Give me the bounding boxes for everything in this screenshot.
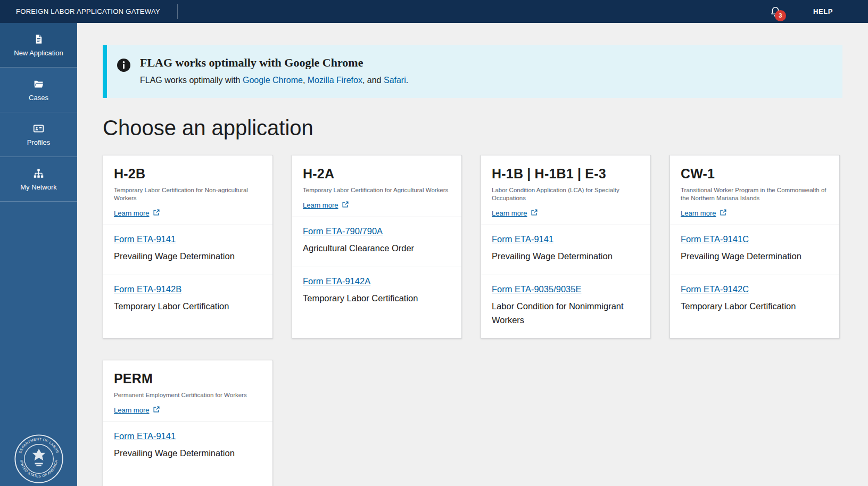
alert-body: FLAG works optimally with Google Chrome,… xyxy=(140,75,408,86)
external-link-icon xyxy=(153,209,160,218)
card-description: Permanent Employment Certification for W… xyxy=(114,391,262,399)
card-title: H-2B xyxy=(114,166,262,182)
id-card-icon xyxy=(33,123,44,134)
sidebar-item-my-network[interactable]: My Network xyxy=(0,157,77,202)
alert-body-sep2: , and xyxy=(362,76,384,85)
network-icon xyxy=(33,168,44,179)
folder-icon xyxy=(33,78,44,89)
notifications-button[interactable]: 3 xyxy=(770,4,783,20)
form-link[interactable]: Form ETA-9141 xyxy=(114,234,176,244)
application-card-h-2a: H-2A Temporary Labor Certification for A… xyxy=(292,155,462,339)
help-link[interactable]: HELP xyxy=(813,7,833,15)
form-link[interactable]: Form ETA-9141 xyxy=(492,234,553,244)
topbar-divider xyxy=(177,4,178,19)
form-link[interactable]: Form ETA-9142C xyxy=(681,284,749,294)
form-option: Form ETA-9142C Temporary Labor Certifica… xyxy=(670,275,839,324)
form-description: Labor Condition for Nonimmigrant Workers xyxy=(492,299,640,327)
alert-heading: FLAG works optimally with Google Chrome xyxy=(140,56,408,70)
main-content: FLAG works optimally with Google Chrome … xyxy=(77,23,868,486)
sidebar: New Application Cases Profiles xyxy=(0,23,77,486)
learn-more-link[interactable]: Learn more xyxy=(492,209,538,218)
form-link[interactable]: Form ETA-9142A xyxy=(303,276,370,286)
learn-more-label: Learn more xyxy=(303,201,338,209)
page-title: Choose an application xyxy=(103,116,842,140)
form-link[interactable]: Form ETA-790/790A xyxy=(303,226,383,236)
alert-text: FLAG works optimally with Google Chrome … xyxy=(140,56,408,86)
svg-text:UNITED STATES OF AMERICA: UNITED STATES OF AMERICA xyxy=(20,459,58,478)
form-option: Form ETA-9141 Prevailing Wage Determinat… xyxy=(103,225,272,274)
google-chrome-link[interactable]: Google Chrome xyxy=(243,76,303,85)
info-alert: FLAG works optimally with Google Chrome … xyxy=(103,45,842,98)
form-link[interactable]: Form ETA-9035/9035E xyxy=(492,284,581,294)
alert-body-suffix: . xyxy=(406,76,408,85)
mozilla-firefox-link[interactable]: Mozilla Firefox xyxy=(308,76,362,85)
learn-more-link[interactable]: Learn more xyxy=(114,209,160,218)
form-option: Form ETA-9142B Temporary Labor Certifica… xyxy=(103,275,272,324)
card-title: PERM xyxy=(114,371,262,386)
card-head: H-1B | H-1B1 | E-3 Labor Condition Appli… xyxy=(481,155,650,225)
form-description: Prevailing Wage Determination xyxy=(114,446,262,460)
alert-body-sep1: , xyxy=(303,76,308,85)
card-title: H-2A xyxy=(303,166,451,182)
card-head: H-2B Temporary Labor Certification for N… xyxy=(103,155,272,225)
learn-more-link[interactable]: Learn more xyxy=(681,209,727,218)
application-card-cw-1: CW-1 Transitional Worker Program in the … xyxy=(669,155,840,339)
sidebar-item-label: New Application xyxy=(14,49,63,57)
info-icon xyxy=(117,56,131,72)
form-link[interactable]: Form ETA-9141C xyxy=(681,234,749,244)
cards-row-2: PERM Permanent Employment Certification … xyxy=(103,360,842,486)
learn-more-label: Learn more xyxy=(114,209,149,217)
form-description: Agricultural Clearance Order xyxy=(303,241,451,255)
notification-badge: 3 xyxy=(775,10,786,21)
form-option: Form ETA-9142A Temporary Labor Certifica… xyxy=(292,267,461,316)
learn-more-link[interactable]: Learn more xyxy=(114,406,160,415)
card-description: Labor Condition Application (LCA) for Sp… xyxy=(492,186,640,202)
form-option: Form ETA-9141C Prevailing Wage Determina… xyxy=(670,225,839,274)
sidebar-item-label: Profiles xyxy=(27,138,50,146)
external-link-icon xyxy=(531,209,538,218)
topbar: FOREIGN LABOR APPLICATION GATEWAY 3 HELP xyxy=(0,0,868,23)
card-head: CW-1 Transitional Worker Program in the … xyxy=(670,155,839,225)
application-card-h-1b: H-1B | H-1B1 | E-3 Labor Condition Appli… xyxy=(481,155,651,339)
sidebar-item-label: My Network xyxy=(20,183,57,191)
form-description: Prevailing Wage Determination xyxy=(492,249,640,263)
card-title: H-1B | H-1B1 | E-3 xyxy=(492,166,640,182)
form-link[interactable]: Form ETA-9141 xyxy=(114,431,176,441)
sidebar-item-cases[interactable]: Cases xyxy=(0,68,77,112)
safari-link[interactable]: Safari xyxy=(384,76,406,85)
card-description: Transitional Worker Program in the Commo… xyxy=(681,186,829,202)
form-description: Temporary Labor Certification xyxy=(114,299,262,313)
application-card-h-2b: H-2B Temporary Labor Certification for N… xyxy=(103,155,273,339)
form-description: Temporary Labor Certification xyxy=(681,299,829,313)
card-head: PERM Permanent Employment Certification … xyxy=(103,360,272,422)
learn-more-label: Learn more xyxy=(114,406,149,414)
card-head: H-2A Temporary Labor Certification for A… xyxy=(292,155,461,217)
card-title: CW-1 xyxy=(681,166,829,182)
cards-row-1: H-2B Temporary Labor Certification for N… xyxy=(103,155,842,339)
external-link-icon xyxy=(342,201,349,210)
external-link-icon xyxy=(153,406,160,415)
form-description: Prevailing Wage Determination xyxy=(681,249,829,263)
learn-more-label: Learn more xyxy=(492,209,527,217)
form-description: Prevailing Wage Determination xyxy=(114,249,262,263)
dol-seal-icon: DEPARTMENT OF LABOR UNITED STATES OF AME… xyxy=(14,434,64,484)
form-option: Form ETA-9141 Prevailing Wage Determinat… xyxy=(103,422,272,471)
sidebar-item-profiles[interactable]: Profiles xyxy=(0,112,77,157)
application-card-perm: PERM Permanent Employment Certification … xyxy=(103,360,273,486)
learn-more-link[interactable]: Learn more xyxy=(303,201,349,210)
learn-more-label: Learn more xyxy=(681,209,716,217)
form-option: Form ETA-9141 Prevailing Wage Determinat… xyxy=(481,225,650,274)
document-icon xyxy=(33,34,44,45)
form-option: Form ETA-790/790A Agricultural Clearance… xyxy=(292,217,461,266)
form-link[interactable]: Form ETA-9142B xyxy=(114,284,181,294)
sidebar-item-new-application[interactable]: New Application xyxy=(0,23,77,68)
topbar-right: 3 HELP xyxy=(770,4,833,20)
form-description: Temporary Labor Certification xyxy=(303,291,451,305)
card-description: Temporary Labor Certification for Agricu… xyxy=(303,186,451,194)
sidebar-item-label: Cases xyxy=(29,94,48,102)
external-link-icon xyxy=(720,209,727,218)
seal-bottom-text: UNITED STATES OF AMERICA xyxy=(20,459,58,478)
card-description: Temporary Labor Certification for Non-ag… xyxy=(114,186,262,202)
app-title[interactable]: FOREIGN LABOR APPLICATION GATEWAY xyxy=(16,7,160,15)
alert-body-prefix: FLAG works optimally with xyxy=(140,76,243,85)
